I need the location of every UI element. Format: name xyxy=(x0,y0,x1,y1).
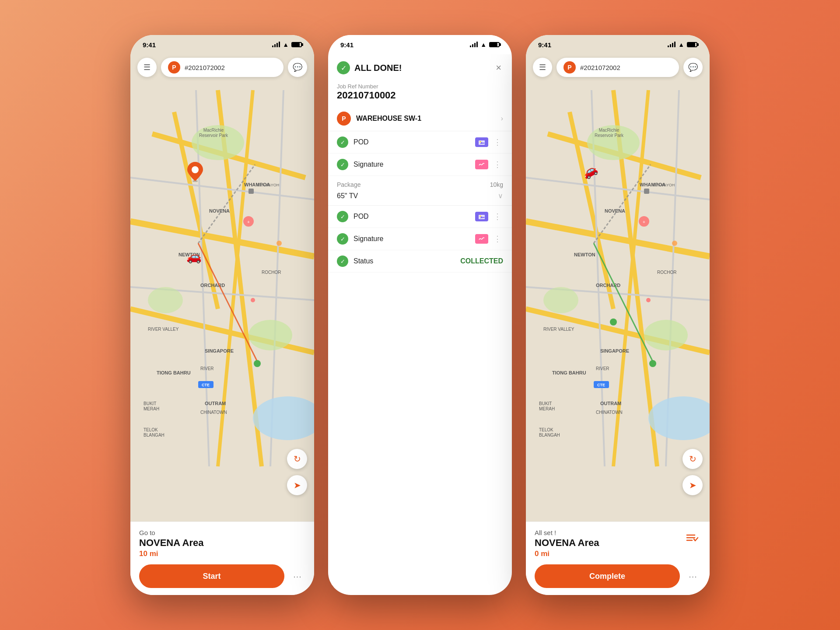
sig-label-1: Signature xyxy=(354,161,475,168)
svg-text:MERAH: MERAH xyxy=(144,406,159,411)
svg-text:ORCHARD: ORCHARD xyxy=(200,283,225,288)
battery-icon-3 xyxy=(687,42,697,47)
map-header-1: ☰ P #2021072002 💬 xyxy=(137,58,307,77)
svg-point-12 xyxy=(248,320,292,350)
map-header-3: ☰ P #2021072002 💬 xyxy=(533,58,703,77)
svg-point-44 xyxy=(192,166,199,173)
svg-point-35 xyxy=(254,360,261,367)
svg-text:Reservoir Park: Reservoir Park xyxy=(595,133,624,138)
tv-label: 65" TV xyxy=(337,192,358,200)
svg-point-42 xyxy=(251,298,255,302)
svg-text:BUKIT: BUKIT xyxy=(144,401,156,406)
allset-label: All set ! xyxy=(535,529,599,536)
svg-text:+: + xyxy=(247,220,250,224)
chevron-right-icon: › xyxy=(501,115,503,122)
svg-text:RIVER VALLEY: RIVER VALLEY xyxy=(148,327,179,332)
search-bar-1[interactable]: P #2021072002 xyxy=(161,58,284,77)
vehicle-icon: 🚗 xyxy=(186,249,202,264)
svg-text:BUKIT: BUKIT xyxy=(539,401,552,406)
warehouse-logo: P xyxy=(337,112,351,126)
sig-image-icon-2[interactable] xyxy=(475,234,488,244)
menu-button-3[interactable]: ☰ xyxy=(533,58,552,77)
status-icons-2: ▲ xyxy=(470,41,500,48)
pod-label-2: POD xyxy=(354,213,475,220)
svg-text:RIVER: RIVER xyxy=(596,366,609,371)
svg-text:TELOK: TELOK xyxy=(144,427,158,432)
svg-text:TUA PAYOH: TUA PAYOH xyxy=(257,183,279,187)
destination-pin xyxy=(187,162,203,184)
search-text-3: #2021072002 xyxy=(580,64,620,71)
svg-point-63 xyxy=(644,320,688,350)
signature-item-2: ✓ Signature ⋮ xyxy=(328,228,512,250)
svg-point-47 xyxy=(480,141,481,143)
pod-check-icon-2: ✓ xyxy=(337,211,348,222)
chat-button-3[interactable]: 💬 xyxy=(683,58,703,77)
more-options-1[interactable]: ··· xyxy=(290,568,305,584)
svg-text:NOVENA: NOVENA xyxy=(209,208,230,214)
more-options-3[interactable]: ··· xyxy=(685,568,701,584)
svg-point-94 xyxy=(646,298,651,302)
svg-text:OUTRAM: OUTRAM xyxy=(600,401,621,406)
signal-icon-3 xyxy=(668,42,676,47)
destination-info-3: All set ! NOVENA Area 0 mi xyxy=(535,529,599,564)
bottom-right-top: All set ! NOVENA Area 0 mi xyxy=(535,529,701,564)
list-check-icon[interactable] xyxy=(683,529,701,546)
chevron-down-icon: ∨ xyxy=(498,192,503,200)
location-button-3[interactable]: ➤ xyxy=(682,475,703,495)
pod-check-icon-1: ✓ xyxy=(337,136,348,148)
status-value: COLLECTED xyxy=(460,257,503,265)
pod-menu-1[interactable]: ⋮ xyxy=(492,137,503,147)
pod-image-icon-2[interactable] xyxy=(475,212,488,221)
svg-point-64 xyxy=(543,287,578,313)
svg-text:SINGAPORE: SINGAPORE xyxy=(205,348,234,354)
modal-header-row: ✓ ALL DONE! × xyxy=(328,54,512,78)
svg-text:OUTRAM: OUTRAM xyxy=(205,401,226,406)
status-check-icon: ✓ xyxy=(337,256,348,267)
modal-content: ✓ ALL DONE! × Job Ref Number 20210710002… xyxy=(328,54,512,595)
phone-3: 9:41 ▲ xyxy=(526,35,710,595)
pod-menu-2[interactable]: ⋮ xyxy=(492,212,503,221)
svg-text:TUA PAYOH: TUA PAYOH xyxy=(653,183,675,187)
sig-menu-2[interactable]: ⋮ xyxy=(492,234,503,244)
svg-text:CTE: CTE xyxy=(597,383,605,387)
signature-item-1: ✓ Signature ⋮ xyxy=(328,154,512,176)
chat-button-1[interactable]: 💬 xyxy=(288,58,307,77)
svg-text:TELOK: TELOK xyxy=(539,427,553,432)
battery-icon-1 xyxy=(291,42,302,47)
svg-text:NOVENA: NOVENA xyxy=(605,208,625,214)
svg-text:RIVER: RIVER xyxy=(200,366,214,371)
pod-label-1: POD xyxy=(354,138,475,146)
wifi-icon-3: ▲ xyxy=(678,41,684,48)
svg-text:BLANGAH: BLANGAH xyxy=(144,433,164,438)
map-area-3: MacRichie Reservoir Park WHAMPOA NOVENA … xyxy=(526,35,710,522)
signal-icon-1 xyxy=(272,42,280,47)
search-bar-3[interactable]: P #2021072002 xyxy=(556,58,679,77)
sig-label-2: Signature xyxy=(354,235,475,243)
modal-close-button[interactable]: × xyxy=(494,61,503,74)
complete-button[interactable]: Complete xyxy=(535,564,680,588)
done-text: ALL DONE! xyxy=(354,63,402,73)
distance-1: 10 mi xyxy=(139,550,305,558)
status-time-3: 9:41 xyxy=(538,41,551,49)
sig-check-icon-1: ✓ xyxy=(337,159,348,170)
location-button-1[interactable]: ➤ xyxy=(287,475,307,495)
menu-button-1[interactable]: ☰ xyxy=(137,58,157,77)
refresh-button-3[interactable]: ↻ xyxy=(682,449,703,469)
search-text-1: #2021072002 xyxy=(185,64,225,71)
warehouse-row[interactable]: P WAREHOUSE SW-1 › xyxy=(328,106,512,131)
svg-text:SINGAPORE: SINGAPORE xyxy=(600,348,629,354)
sig-image-icon-1[interactable] xyxy=(475,160,488,169)
svg-point-86 xyxy=(610,318,617,326)
svg-text:TIONG BAHRU: TIONG BAHRU xyxy=(157,370,191,375)
pod-image-icon-1[interactable] xyxy=(475,137,488,147)
sig-menu-1[interactable]: ⋮ xyxy=(492,160,503,169)
start-button[interactable]: Start xyxy=(139,564,284,588)
svg-point-13 xyxy=(148,287,183,313)
tv-row[interactable]: 65" TV ∨ xyxy=(328,190,512,206)
phone-1: 9:41 ▲ xyxy=(130,35,314,595)
status-icons-1: ▲ xyxy=(272,41,302,48)
refresh-button-1[interactable]: ↻ xyxy=(287,449,307,469)
destination-title-1: NOVENA Area xyxy=(139,537,305,549)
svg-text:MERAH: MERAH xyxy=(539,406,555,411)
brand-logo-1: P xyxy=(168,61,180,74)
